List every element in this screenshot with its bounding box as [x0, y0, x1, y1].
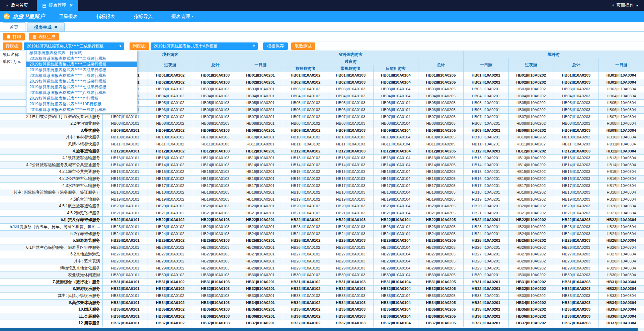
code-cell: HB34|II10A0103	[193, 299, 238, 306]
nav-item-report-management[interactable]: 报表管理 ▾	[162, 11, 203, 22]
row-label-cell: 风情小镇餐饮服务	[0, 141, 103, 148]
code-cell: HB12|II10A0201	[238, 148, 283, 155]
table-row: 2.1自用或免费的用于度假的次要居所服务HB07|II10A0101HB07|I…	[0, 113, 644, 120]
template-save-button[interactable]: 模板保存	[263, 42, 288, 50]
code-cell: HB20|II10A0103	[193, 203, 238, 210]
code-cell: HB36|II10A0201	[464, 313, 509, 320]
print-button[interactable]: 打印	[3, 33, 25, 40]
code-cell: HB03|II10A0103	[193, 86, 238, 93]
row-label-cell: 4.2.1城市公共交通服务	[0, 169, 103, 176]
code-cell: HB01|III10A0205	[418, 72, 464, 79]
code-cell: HB23|III10A0304	[599, 224, 644, 231]
code-cell: HB10|II10A0201	[464, 134, 509, 141]
code-cell: HB37|II10A0201	[464, 320, 509, 327]
table-row: 其中: 乡村餐饮服务HB10|II10A0101HB10|II10A0102HB…	[0, 134, 644, 141]
fetch-test-button[interactable]: 取数测试	[291, 42, 315, 50]
caret-down-icon: ▾	[192, 11, 193, 22]
select-caret-icon: ▼	[252, 42, 255, 50]
column-header: 总计	[554, 58, 599, 72]
code-cell: HB19|II10A0201	[464, 196, 509, 203]
code-cell: HB18|II10A0103	[193, 189, 238, 196]
col-template-select[interactable]: 2019核算系统报表格式表十A列模板 ▼	[151, 42, 258, 50]
dropdown-option[interactable]: 2019核算系统报表格式表*****九行模板	[26, 96, 137, 101]
col-template-label: 列模板:	[130, 42, 149, 50]
tab-report-generation[interactable]: 报表生成 ✖	[27, 22, 65, 31]
table-row: 4.2.2公路旅客运输服务HB16|II10A0101HB16|II10A010…	[0, 175, 644, 182]
dropdown-option[interactable]: 核算系统报表格式表—行测试	[26, 50, 137, 56]
row-label-cell: 2.2住宅物业服务	[0, 120, 103, 127]
nav-item-indicator-import[interactable]: 指标导入	[125, 11, 162, 22]
code-cell: HB23|III10A0104	[373, 224, 418, 231]
nav-item-indicator-reports[interactable]: 指标报表	[87, 11, 125, 22]
tab-close-icon[interactable]: ✖	[54, 23, 58, 31]
topbar-tab-report-management[interactable]: ▤ 报表管理 ✖	[37, 0, 78, 11]
dropdown-option[interactable]: 2019核算系统报表格式表*****一成果行模板	[26, 107, 137, 113]
home-button[interactable]: ⌂ 后台首页	[0, 0, 33, 11]
scrollbar-thumb[interactable]	[0, 328, 638, 331]
code-cell: HB37|III10A0103	[328, 320, 373, 327]
dropdown-option[interactable]: 2019核算系统报表格式表*****10B行模板	[26, 101, 137, 107]
code-cell: HB01|II10A0201	[464, 72, 509, 79]
code-cell: HB24|II10A0203	[554, 230, 599, 237]
dropdown-option[interactable]: 2019核算系统报表格式表*****三成果行模板	[26, 62, 137, 67]
code-cell: HB09|II10A0201	[238, 127, 283, 134]
tab-home[interactable]: 首页	[3, 22, 25, 31]
code-cell: HB19|II10A0203	[554, 196, 599, 203]
topbar-tab-label: 报表管理	[49, 2, 66, 8]
code-cell: HB04|III10A0104	[373, 93, 418, 100]
code-cell: HB14|II10A0103	[193, 161, 238, 169]
code-cell: HB12|II10A0101	[103, 148, 148, 155]
table-row: 4.1铁路旅客运输服务HB13|II10A0101HB13|II10A0102H…	[0, 155, 644, 162]
row-template-select[interactable]: 2019核算系统报表格式表*****三成果行模板 ▼	[24, 42, 124, 50]
code-cell: HB16|II10A0201	[464, 175, 509, 182]
code-cell: HB35|III10A0103	[328, 306, 373, 313]
code-cell: HB12|III10A0103	[328, 148, 373, 155]
grid-icon: ▦	[32, 34, 36, 39]
code-cell: HB18|II10A0101	[103, 189, 148, 196]
code-cell: HB20|III10A0202	[508, 203, 554, 210]
code-cell: HB06|II10A0201	[238, 106, 283, 113]
code-cell: HB03|II10A0201	[238, 86, 283, 93]
table-row: 博物馆及其他文化服务HB29|II10A0101HB29|II10A0102HB…	[0, 265, 644, 272]
code-cell: HB36|II10A0101	[103, 313, 148, 320]
table-row: 6.2其他旅游游览HB27|II10A0101HB27|II10A0102HB2…	[0, 251, 644, 258]
code-cell: HB08|III10A0103	[328, 120, 373, 127]
code-cell: HB21|III10A0304	[599, 210, 644, 217]
code-cell: HB12|III10A0304	[599, 148, 644, 155]
code-cell: HB28|II10A0102	[148, 258, 193, 265]
code-cell: HB34|III10A0103	[328, 299, 373, 306]
dropdown-option[interactable]: 2019核算系统报表格式表*****六成果行模板	[26, 79, 137, 84]
tab-close-icon[interactable]: ✖	[70, 3, 73, 8]
code-cell: HB29|III10A0102	[283, 265, 328, 272]
dropdown-option[interactable]: 2019核算系统报表格式表*****七成果行模板	[26, 84, 137, 90]
code-cell: HB07|III10A0103	[328, 113, 373, 120]
code-cell: HB08|III10A0102	[283, 120, 328, 127]
code-cell: HB19|III10A0205	[418, 196, 464, 203]
page-operations-button[interactable]: ☝ 页面操作 ▾	[606, 2, 644, 8]
code-cell: HB02|III10A0304	[599, 79, 644, 86]
dropdown-option[interactable]: 2019核算系统报表格式表*****二成果行模板	[26, 56, 137, 62]
code-cell: HB16|III10A0304	[599, 175, 644, 182]
dropdown-option[interactable]: 2019核算系统报表格式表*****八成果行模板	[26, 90, 137, 96]
dropdown-option[interactable]: 2019核算系统报表格式表*****四成果行模板	[26, 67, 137, 73]
code-cell: HB03|II10A0102	[148, 86, 193, 93]
code-cell: HB20|III10A0205	[418, 203, 464, 210]
code-cell: HB04|II10A0102	[148, 93, 193, 100]
nav-item-satellite-reports[interactable]: 卫星报表	[50, 11, 87, 22]
code-cell: HB15|II10A0102	[148, 169, 193, 176]
code-cell: HB27|II10A0102	[148, 251, 193, 258]
code-cell: HB16|III10A0102	[283, 175, 328, 182]
code-cell: HB03|II10A0203	[554, 86, 599, 93]
code-cell: HB08|II10A0203	[554, 120, 599, 127]
code-cell: HB37|III10A0202	[508, 320, 554, 327]
code-cell: HB33|III10A0102	[283, 293, 328, 300]
dropdown-option[interactable]: 2019核算系统报表格式表*****五成果行模板	[26, 73, 137, 79]
code-cell: HB25|III10A0202	[508, 237, 554, 244]
code-cell: HB10|II10A0203	[554, 134, 599, 141]
code-cell: HB18|III10A0205	[418, 189, 464, 196]
code-cell: HB07|II10A0101	[103, 113, 148, 120]
code-cell: HB14|III10A0202	[508, 161, 554, 169]
code-cell: HB13|II10A0201	[238, 155, 283, 162]
table-generate-button[interactable]: ▦ 表格生成	[29, 33, 59, 40]
code-cell: HB17|II10A0201	[464, 182, 509, 189]
